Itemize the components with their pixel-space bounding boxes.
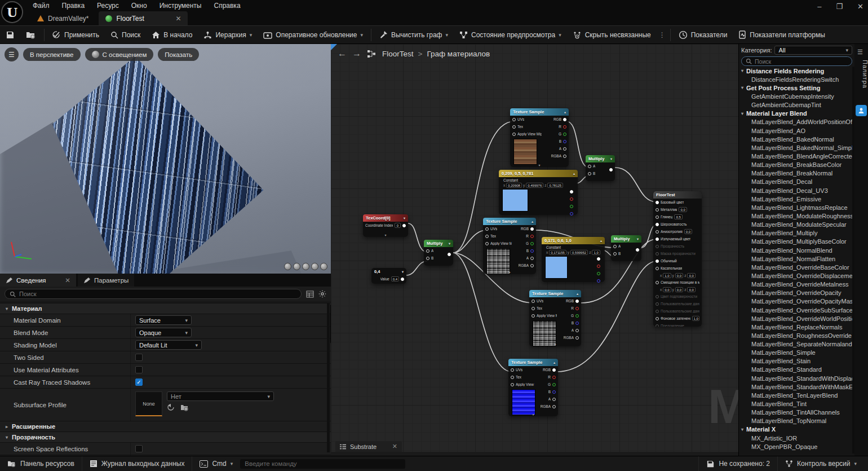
material-input-pin[interactable] <box>656 302 659 306</box>
console-input[interactable]: Введите команду <box>240 459 405 469</box>
output-pin[interactable] <box>575 322 579 325</box>
section-translucency[interactable]: ▾Прозрачность <box>0 432 331 442</box>
output-pin-r[interactable] <box>570 197 573 201</box>
output-pin[interactable] <box>530 249 534 253</box>
output-pin[interactable] <box>530 257 534 260</box>
node-multiply-3[interactable]: Multiply▾ AB <box>611 235 641 261</box>
palette-item[interactable]: MatLayerBlend_Multiply <box>739 229 854 237</box>
input-pin[interactable] <box>485 227 489 231</box>
back-button[interactable]: ← <box>338 49 347 59</box>
palette-item[interactable]: MX_Artistic_IOR <box>739 434 854 442</box>
output-pin[interactable] <box>530 235 534 238</box>
tab-close-icon[interactable]: ✕ <box>65 276 70 284</box>
menu-item[interactable]: Правка <box>56 1 91 11</box>
output-pin[interactable] <box>530 264 534 267</box>
input-pin[interactable] <box>588 172 591 175</box>
material-input-pin[interactable] <box>656 252 659 256</box>
palette-item[interactable]: MatLayerBlend_OverrideOpacity <box>739 289 854 297</box>
input-pin[interactable] <box>532 300 535 303</box>
input-pin[interactable] <box>512 118 516 121</box>
output-pin[interactable] <box>563 140 566 143</box>
palette-item[interactable]: MatLayerBlend_MultiplyBaseColor <box>739 237 854 246</box>
material-preview-viewport[interactable]: ☰ В перспективе С освещением Показать <box>0 44 331 274</box>
content-drawer-button[interactable]: Панель ресурсов <box>0 456 82 471</box>
palette-item[interactable]: GetAmbientCubemapTint <box>739 101 854 109</box>
const-y-field[interactable]: 0,599952 <box>570 250 588 255</box>
material-input-pin[interactable] <box>656 230 659 234</box>
input-pin[interactable] <box>426 257 429 260</box>
input-pin[interactable] <box>485 235 489 238</box>
output-pin[interactable] <box>609 168 613 171</box>
node-constant-04[interactable]: 0,4▾ Value0,4 <box>371 268 406 284</box>
palette-item[interactable]: Material X <box>739 425 854 434</box>
material-input-pin[interactable] <box>656 317 659 320</box>
palette-item[interactable]: MatLayerBlend_NormalFlatten <box>739 254 854 263</box>
two-sided-checkbox[interactable] <box>135 354 143 361</box>
input-pin[interactable] <box>613 252 617 256</box>
material-input-pin[interactable] <box>656 267 659 270</box>
texture-thumbnail-normal[interactable] <box>512 389 535 415</box>
cast-ray-traced-shadows-checkbox[interactable]: ✓ <box>135 378 143 386</box>
ssr-checkbox[interactable] <box>135 445 143 452</box>
revision-control-button[interactable]: Контроль версий▾ <box>777 456 868 471</box>
output-pin-g[interactable] <box>597 272 600 275</box>
palette-item[interactable]: MatLayerBlend_BakedNormal_Simple <box>739 143 854 152</box>
palette-item[interactable]: MatLayerBlend_BakedNormal <box>739 135 854 143</box>
output-pin[interactable] <box>448 253 451 256</box>
node-multiply-1[interactable]: Multiply▾ AB <box>586 155 615 181</box>
node-multiply-2[interactable]: Multiply▾ AB <box>424 240 453 266</box>
palette-item[interactable]: MatLayerBlend_ModulateSpecular <box>739 221 854 229</box>
menu-item[interactable]: Ресурс <box>91 1 125 11</box>
output-pin[interactable] <box>563 147 566 151</box>
node-texture-sample-4[interactable]: Texture Sample▴ UVsTexApply View MipBias… <box>508 359 558 416</box>
palette-item[interactable]: MatLayerBlend_LightmassReplace <box>739 203 854 212</box>
find-button[interactable]: Поиск <box>105 26 146 43</box>
palette-item[interactable]: MatLayerBlend_Standard <box>739 366 854 374</box>
cmd-dropdown[interactable]: Cmd▾ <box>192 456 240 471</box>
preview-state-button[interactable]: Состояние предпросмотра▾ <box>454 26 567 43</box>
subsurface-thumbnail[interactable]: None <box>135 391 162 416</box>
node-constant3-1[interactable]: 0,209, 0,5, 0,781▴ Constant x0,20908 y0,… <box>499 170 578 215</box>
const-y-field[interactable]: 0,499976 <box>526 183 543 188</box>
palette-item[interactable]: MatLayerBlend_OverrideSubSurface <box>739 306 854 314</box>
input-pin[interactable] <box>532 314 535 318</box>
shading-model-dropdown[interactable]: Default Lit▾ <box>135 340 202 350</box>
input-pin[interactable] <box>588 165 591 168</box>
tab-dreamvalley[interactable]: DreamValley* <box>27 11 99 25</box>
node-texture-sample-3[interactable]: Texture Sample▴ UVsTexApply View MipBias… <box>529 290 581 346</box>
show-button[interactable]: Показать <box>158 48 199 61</box>
const-z-field[interactable]: 0,78125 <box>547 183 563 188</box>
input-pin[interactable] <box>512 133 516 136</box>
output-pin[interactable] <box>563 125 566 129</box>
texture-thumbnail-noise[interactable] <box>486 248 510 274</box>
output-pin[interactable] <box>530 227 534 231</box>
breadcrumb-asset[interactable]: FloorTest <box>382 50 414 58</box>
palette-item[interactable]: MatLayerBlend_OverrideDisplaceme <box>739 271 854 280</box>
output-pin[interactable] <box>597 257 600 261</box>
menu-item[interactable]: Окно <box>126 1 153 11</box>
node-texture-sample-2[interactable]: Texture Sample▴ UVsTexApply View MipBias… <box>483 218 536 274</box>
output-pin[interactable] <box>552 390 556 394</box>
palette-item[interactable]: MatLayerBlend_Emissive <box>739 195 854 203</box>
material-graph[interactable]: M ← → Flo <box>331 44 738 456</box>
color-swatch[interactable] <box>502 189 528 212</box>
palette-item[interactable]: MatLayerBlend_Tint <box>739 399 854 408</box>
palette-item[interactable]: MatLayerBlend_RoughnessOverride <box>739 331 854 340</box>
minimize-button[interactable]: – <box>817 2 821 11</box>
use-selected-icon[interactable] <box>167 404 175 411</box>
palette-item[interactable]: MatLayerBlend_Decal <box>739 178 854 186</box>
apply-button[interactable]: Применить <box>47 26 105 43</box>
material-input-pin[interactable] <box>656 237 659 241</box>
output-pin-b[interactable] <box>597 279 600 283</box>
const-z-field[interactable]: 1,0 <box>592 250 600 255</box>
hide-unrelated-button[interactable]: Скрыть несвязанные <box>567 26 657 43</box>
palette-item[interactable]: MatLayerBlend_StandardWithMaskEd <box>739 382 854 391</box>
palette-item[interactable]: MatLayerBlend_OverrideBaseColor <box>739 263 854 271</box>
palette-item[interactable]: MatLayerBlend_AO <box>739 126 854 135</box>
output-pin[interactable] <box>552 383 556 386</box>
details-scrollbar[interactable] <box>327 303 330 452</box>
output-pin[interactable] <box>575 336 579 340</box>
tab-details[interactable]: Сведения ✕ <box>0 274 76 287</box>
input-pin[interactable] <box>485 242 489 245</box>
material-input-pin[interactable] <box>656 295 659 298</box>
